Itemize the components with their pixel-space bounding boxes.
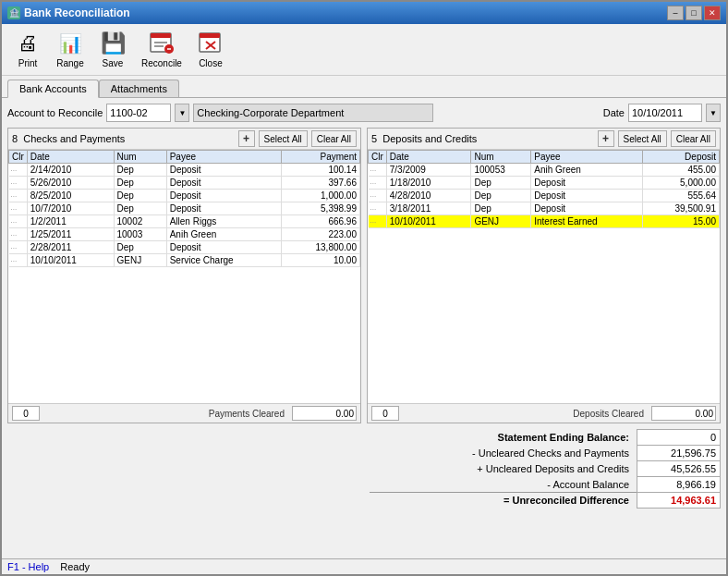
checks-table: Clr Date Num Payee Payment ··· 2/14/2010… bbox=[8, 150, 360, 267]
table-row[interactable]: ··· 10/10/2011 GENJ Interest Earned 15.0… bbox=[369, 215, 720, 228]
dep-col-clr: Clr bbox=[369, 151, 387, 164]
seb-label: Statement Ending Balance: bbox=[370, 430, 637, 446]
num-cell: Dep bbox=[114, 190, 166, 202]
deposits-cleared-count: 0 bbox=[371, 406, 399, 421]
checks-select-all-button[interactable]: Select All bbox=[259, 130, 308, 147]
clr-cell: ··· bbox=[369, 190, 387, 202]
main-content: Account to Reconcile ▼ Date ▼ 8 Checks a… bbox=[2, 98, 726, 558]
payee-cell: Deposit bbox=[531, 190, 643, 202]
payee-cell: Interest Earned bbox=[531, 215, 643, 228]
clr-cell: ··· bbox=[9, 177, 28, 190]
main-window: 🏦 Bank Reconciliation – □ ✕ 🖨 Print 📊 Ra… bbox=[0, 0, 728, 576]
tab-bank-accounts[interactable]: Bank Accounts bbox=[7, 80, 99, 98]
table-row[interactable]: ··· 1/18/2010 Dep Deposit 5,000.00 bbox=[369, 177, 720, 190]
checks-col-payee: Payee bbox=[166, 151, 282, 164]
account-number-input[interactable] bbox=[106, 104, 171, 122]
minimize-button[interactable]: – bbox=[667, 6, 684, 20]
deposits-table: Clr Date Num Payee Deposit ··· 7/3/2009 … bbox=[368, 150, 720, 228]
save-label: Save bbox=[103, 58, 124, 68]
range-label: Range bbox=[56, 58, 83, 68]
checks-footer-label: Payments Cleared bbox=[43, 409, 288, 419]
table-row[interactable]: ··· 7/3/2009 100053 Anih Green 455.00 bbox=[369, 164, 720, 177]
date-cell: 10/10/2011 bbox=[27, 254, 114, 267]
minus2-label: - Account Balance bbox=[370, 477, 637, 493]
payee-cell: Deposit bbox=[166, 164, 282, 177]
minus1-label: - Uncleared Checks and Payments bbox=[370, 446, 637, 461]
amount-cell: 100.14 bbox=[282, 164, 360, 177]
title-bar: 🏦 Bank Reconciliation – □ ✕ bbox=[2, 2, 726, 24]
deposits-panel-header: 5 Deposits and Credits + Select All Clea… bbox=[368, 129, 720, 150]
date-input[interactable] bbox=[628, 104, 702, 122]
plus1-value: 45,526.55 bbox=[637, 461, 721, 477]
amount-cell: 10.00 bbox=[282, 254, 360, 267]
table-row[interactable]: ··· 1/25/2011 10003 Anih Green 223.00 bbox=[9, 228, 360, 241]
table-row[interactable]: ··· 1/2/2011 10002 Allen Riggs 666.96 bbox=[9, 215, 360, 228]
minus1-value: 21,596.75 bbox=[637, 446, 721, 461]
checks-clear-all-button[interactable]: Clear All bbox=[311, 130, 357, 147]
maximize-button[interactable]: □ bbox=[686, 6, 702, 20]
clr-cell: ··· bbox=[369, 164, 387, 177]
clr-cell: ··· bbox=[9, 190, 28, 202]
checks-col-clr: Clr bbox=[9, 151, 28, 164]
range-button[interactable]: 📊 Range bbox=[50, 28, 91, 71]
account-row: Account to Reconcile ▼ Date ▼ bbox=[7, 104, 721, 122]
deposits-select-all-button[interactable]: Select All bbox=[618, 130, 667, 147]
svg-rect-7 bbox=[200, 33, 220, 38]
date-cell: 7/3/2009 bbox=[386, 164, 471, 177]
deposits-panel-title: 5 Deposits and Credits bbox=[371, 133, 594, 144]
payee-cell: Deposit bbox=[166, 202, 282, 215]
date-dropdown-btn[interactable]: ▼ bbox=[706, 104, 721, 122]
num-cell: Dep bbox=[114, 241, 166, 254]
table-row[interactable]: ··· 2/28/2011 Dep Deposit 13,800.00 bbox=[9, 241, 360, 254]
clr-cell: ··· bbox=[9, 215, 28, 228]
amount-cell: 397.66 bbox=[282, 177, 360, 190]
tab-attachments[interactable]: Attachments bbox=[99, 80, 179, 97]
payee-cell: Anih Green bbox=[166, 228, 282, 241]
deposits-panel: 5 Deposits and Credits + Select All Clea… bbox=[367, 128, 721, 423]
amount-cell: 1,000.00 bbox=[282, 190, 360, 202]
date-cell: 1/25/2011 bbox=[27, 228, 114, 241]
deposits-panel-footer: 0 Deposits Cleared 0.00 bbox=[368, 403, 720, 423]
table-row[interactable]: ··· 10/10/2011 GENJ Service Charge 10.00 bbox=[9, 254, 360, 267]
table-row[interactable]: ··· 10/7/2010 Dep Deposit 5,398.99 bbox=[9, 202, 360, 215]
print-label: Print bbox=[18, 58, 38, 68]
close-button[interactable]: ✕ bbox=[704, 6, 721, 20]
num-cell: Dep bbox=[471, 190, 531, 202]
checks-add-button[interactable]: + bbox=[238, 130, 255, 147]
date-cell: 3/18/2011 bbox=[386, 202, 471, 215]
table-row[interactable]: ··· 2/14/2010 Dep Deposit 100.14 bbox=[9, 164, 360, 177]
amount-cell: 223.00 bbox=[282, 228, 360, 241]
amount-cell: 15.00 bbox=[643, 215, 720, 228]
deposits-clear-all-button[interactable]: Clear All bbox=[671, 130, 716, 147]
panels-row: 8 Checks and Payments + Select All Clear… bbox=[7, 128, 721, 423]
amount-cell: 555.64 bbox=[643, 190, 720, 202]
payee-cell: Deposit bbox=[166, 190, 282, 202]
account-desc-input[interactable] bbox=[193, 104, 433, 122]
dep-col-num: Num bbox=[471, 151, 531, 164]
clr-cell: ··· bbox=[9, 254, 28, 267]
save-button[interactable]: 💾 Save bbox=[92, 28, 133, 71]
table-row[interactable]: ··· 3/18/2011 Dep Deposit 39,500.91 bbox=[369, 202, 720, 215]
help-link[interactable]: F1 - Help bbox=[7, 561, 49, 572]
tab-bar: Bank Accounts Attachments bbox=[2, 76, 726, 98]
deposits-add-button[interactable]: + bbox=[598, 130, 614, 147]
payee-cell: Service Charge bbox=[166, 254, 282, 267]
table-row[interactable]: ··· 5/26/2010 Dep Deposit 397.66 bbox=[9, 177, 360, 190]
num-cell: Dep bbox=[114, 202, 166, 215]
account-dropdown-btn[interactable]: ▼ bbox=[175, 104, 189, 122]
date-cell: 10/10/2011 bbox=[386, 215, 471, 228]
table-row[interactable]: ··· 8/25/2010 Dep Deposit 1,000.00 bbox=[9, 190, 360, 202]
app-icon: 🏦 bbox=[7, 6, 20, 19]
seb-value[interactable]: 0 bbox=[637, 430, 721, 446]
reconcile-button[interactable]: Reconcile bbox=[135, 28, 188, 71]
date-cell: 4/28/2010 bbox=[386, 190, 471, 202]
reconcile-label: Reconcile bbox=[141, 58, 182, 68]
num-cell: Dep bbox=[471, 202, 531, 215]
close-toolbar-button[interactable]: Close bbox=[190, 28, 231, 71]
checks-col-num: Num bbox=[114, 151, 166, 164]
print-button[interactable]: 🖨 Print bbox=[7, 28, 48, 71]
checks-panel-title: 8 Checks and Payments bbox=[12, 133, 235, 144]
num-cell: 10003 bbox=[114, 228, 166, 241]
dep-col-payee: Payee bbox=[531, 151, 643, 164]
table-row[interactable]: ··· 4/28/2010 Dep Deposit 555.64 bbox=[369, 190, 720, 202]
